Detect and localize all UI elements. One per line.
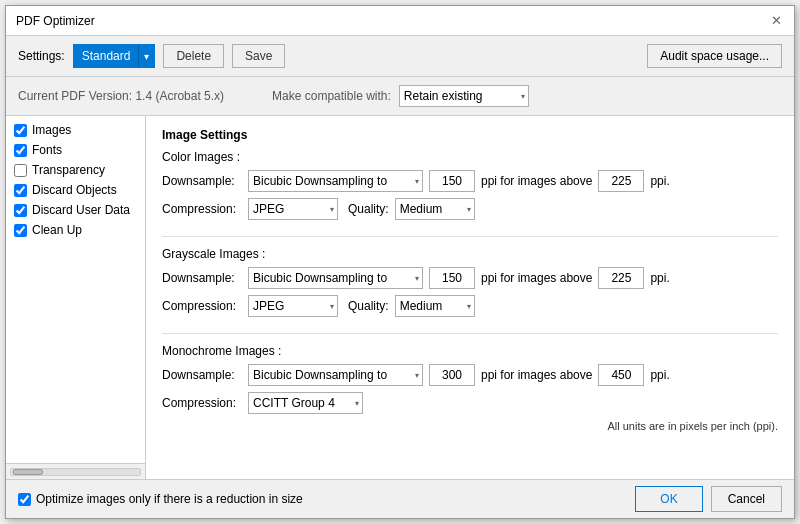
optimize-check-label: Optimize images only if there is a reduc… bbox=[36, 492, 303, 506]
color-quality-arrow: ▾ bbox=[467, 205, 471, 214]
bottom-bar: Optimize images only if there is a reduc… bbox=[6, 479, 794, 518]
main-content: Images Fonts Transparency Discard Object… bbox=[6, 116, 794, 479]
color-ppi-above-text: ppi for images above bbox=[481, 174, 592, 188]
mono-downsample-select[interactable]: Bicubic Downsampling to ▾ bbox=[248, 364, 423, 386]
mono-downsample-arrow: ▾ bbox=[415, 371, 419, 380]
sidebar: Images Fonts Transparency Discard Object… bbox=[6, 116, 146, 479]
sidebar-scrollbar[interactable] bbox=[6, 463, 145, 479]
sidebar-item-fonts[interactable]: Fonts bbox=[6, 140, 145, 160]
gray-downsample-select-input[interactable]: Bicubic Downsampling to bbox=[249, 269, 408, 287]
compat-bar: Current PDF Version: 1.4 (Acrobat 5.x) M… bbox=[6, 77, 794, 116]
gray-ppi-above-input[interactable] bbox=[598, 267, 644, 289]
gray-ppi-input[interactable] bbox=[429, 267, 475, 289]
compat-select[interactable]: Retain existing ▾ bbox=[399, 85, 529, 107]
mono-ppi-unit: ppi. bbox=[650, 368, 669, 382]
color-downsample-select-input[interactable]: Bicubic Downsampling to bbox=[249, 172, 408, 190]
settings-dropdown-arrow[interactable]: ▾ bbox=[138, 45, 154, 67]
scroll-thumb bbox=[13, 469, 43, 475]
ok-button[interactable]: OK bbox=[635, 486, 702, 512]
mono-ppi-above-text: ppi for images above bbox=[481, 368, 592, 382]
sidebar-item-images-label: Images bbox=[32, 123, 71, 137]
mono-compression-select[interactable]: CCITT Group 4 ▾ bbox=[248, 392, 363, 414]
grayscale-images-section: Grayscale Images : Downsample: Bicubic D… bbox=[162, 236, 778, 317]
gray-compression-select[interactable]: JPEG ▾ bbox=[248, 295, 338, 317]
color-ppi-input[interactable] bbox=[429, 170, 475, 192]
pdf-optimizer-dialog: PDF Optimizer ✕ Settings: Standard ▾ Del… bbox=[5, 5, 795, 519]
gray-downsample-select[interactable]: Bicubic Downsampling to ▾ bbox=[248, 267, 423, 289]
mono-images-title: Monochrome Images : bbox=[162, 344, 778, 358]
footer-buttons: OK Cancel bbox=[635, 486, 782, 512]
gray-quality-select-input[interactable]: Medium bbox=[396, 297, 463, 315]
color-compression-select-input[interactable]: JPEG bbox=[249, 200, 305, 218]
gray-compression-label: Compression: bbox=[162, 299, 242, 313]
color-images-title: Color Images : bbox=[162, 150, 778, 164]
clean-up-checkbox[interactable] bbox=[14, 224, 27, 237]
cancel-button[interactable]: Cancel bbox=[711, 486, 782, 512]
sidebar-item-clean-up-label: Clean Up bbox=[32, 223, 82, 237]
mono-downsample-row: Downsample: Bicubic Downsampling to ▾ pp… bbox=[162, 364, 778, 386]
make-compat-label: Make compatible with: bbox=[272, 89, 391, 103]
mono-ppi-above-input[interactable] bbox=[598, 364, 644, 386]
color-quality-select-input[interactable]: Medium bbox=[396, 200, 463, 218]
scroll-track bbox=[10, 468, 141, 476]
sidebar-item-transparency[interactable]: Transparency bbox=[6, 160, 145, 180]
gray-downsample-row: Downsample: Bicubic Downsampling to ▾ pp… bbox=[162, 267, 778, 289]
transparency-checkbox[interactable] bbox=[14, 164, 27, 177]
section-title: Image Settings bbox=[162, 128, 778, 142]
color-quality-select[interactable]: Medium ▾ bbox=[395, 198, 475, 220]
gray-downsample-arrow: ▾ bbox=[415, 274, 419, 283]
sidebar-item-transparency-label: Transparency bbox=[32, 163, 105, 177]
gray-compression-select-input[interactable]: JPEG bbox=[249, 297, 305, 315]
color-ppi-unit: ppi. bbox=[650, 174, 669, 188]
mono-downsample-label: Downsample: bbox=[162, 368, 242, 382]
color-downsample-select[interactable]: Bicubic Downsampling to ▾ bbox=[248, 170, 423, 192]
fonts-checkbox[interactable] bbox=[14, 144, 27, 157]
close-button[interactable]: ✕ bbox=[768, 13, 784, 29]
optimize-checkbox[interactable] bbox=[18, 493, 31, 506]
color-downsample-row: Downsample: Bicubic Downsampling to ▾ pp… bbox=[162, 170, 778, 192]
discard-objects-checkbox[interactable] bbox=[14, 184, 27, 197]
save-button[interactable]: Save bbox=[232, 44, 285, 68]
gray-ppi-unit: ppi. bbox=[650, 271, 669, 285]
optimize-check: Optimize images only if there is a reduc… bbox=[18, 492, 303, 506]
color-images-section: Color Images : Downsample: Bicubic Downs… bbox=[162, 150, 778, 220]
title-bar: PDF Optimizer ✕ bbox=[6, 6, 794, 36]
sidebar-item-clean-up[interactable]: Clean Up bbox=[6, 220, 145, 240]
gray-quality-arrow: ▾ bbox=[467, 302, 471, 311]
gray-downsample-label: Downsample: bbox=[162, 271, 242, 285]
sidebar-item-discard-objects[interactable]: Discard Objects bbox=[6, 180, 145, 200]
images-checkbox[interactable] bbox=[14, 124, 27, 137]
compat-select-arrow: ▾ bbox=[521, 92, 525, 101]
gray-compression-arrow: ▾ bbox=[330, 302, 334, 311]
discard-user-data-checkbox[interactable] bbox=[14, 204, 27, 217]
compat-select-input[interactable]: Retain existing bbox=[400, 87, 503, 105]
color-compression-select[interactable]: JPEG ▾ bbox=[248, 198, 338, 220]
sidebar-item-discard-user-data[interactable]: Discard User Data bbox=[6, 200, 145, 220]
gray-quality-select[interactable]: Medium ▾ bbox=[395, 295, 475, 317]
gray-quality-label: Quality: bbox=[348, 299, 389, 313]
color-compression-arrow: ▾ bbox=[330, 205, 334, 214]
settings-value[interactable]: Standard bbox=[74, 45, 139, 67]
color-downsample-label: Downsample: bbox=[162, 174, 242, 188]
mono-downsample-select-input[interactable]: Bicubic Downsampling to bbox=[249, 366, 408, 384]
mono-compression-select-input[interactable]: CCITT Group 4 bbox=[249, 394, 356, 412]
settings-label: Settings: bbox=[18, 49, 65, 63]
sidebar-item-discard-user-data-label: Discard User Data bbox=[32, 203, 130, 217]
color-ppi-above-input[interactable] bbox=[598, 170, 644, 192]
dialog-title: PDF Optimizer bbox=[16, 14, 95, 28]
gray-ppi-above-text: ppi for images above bbox=[481, 271, 592, 285]
mono-ppi-input[interactable] bbox=[429, 364, 475, 386]
color-compression-row: Compression: JPEG ▾ Quality: Medium ▾ bbox=[162, 198, 778, 220]
color-compression-label: Compression: bbox=[162, 202, 242, 216]
settings-bar: Settings: Standard ▾ Delete Save Audit s… bbox=[6, 36, 794, 77]
grayscale-images-title: Grayscale Images : bbox=[162, 247, 778, 261]
mono-compression-row: Compression: CCITT Group 4 ▾ bbox=[162, 392, 778, 414]
sidebar-items: Images Fonts Transparency Discard Object… bbox=[6, 116, 145, 463]
version-text: Current PDF Version: 1.4 (Acrobat 5.x) bbox=[18, 89, 224, 103]
delete-button[interactable]: Delete bbox=[163, 44, 224, 68]
mono-images-section: Monochrome Images : Downsample: Bicubic … bbox=[162, 333, 778, 432]
audit-button[interactable]: Audit space usage... bbox=[647, 44, 782, 68]
sidebar-item-images[interactable]: Images bbox=[6, 120, 145, 140]
color-quality-label: Quality: bbox=[348, 202, 389, 216]
mono-compression-label: Compression: bbox=[162, 396, 242, 410]
